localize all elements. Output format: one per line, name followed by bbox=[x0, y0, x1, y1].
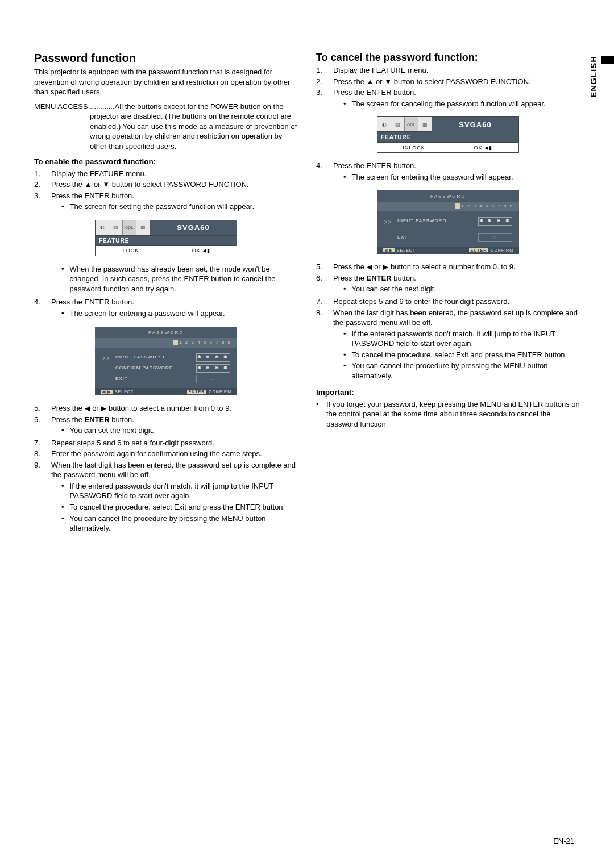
step-num: 1. bbox=[316, 65, 333, 76]
pwd-blank: ▭ bbox=[196, 375, 230, 383]
sub-text: When the password has already been set, … bbox=[70, 264, 298, 294]
step-frag: Press the bbox=[51, 415, 85, 424]
step-num: 9. bbox=[34, 460, 51, 535]
sub-text: The screen for setting the password func… bbox=[70, 202, 298, 212]
step-text: Press the ENTER button. The screen for e… bbox=[333, 161, 580, 183]
step-text: Press the ◀ or ▶ button to select a numb… bbox=[51, 403, 298, 414]
step-text: Press the ◀ or ▶ button to select a numb… bbox=[333, 262, 580, 272]
confirm-label: CONFIRM bbox=[491, 248, 513, 252]
sub-text: You can set the next digit. bbox=[70, 425, 298, 436]
pwd-blank: ▭ bbox=[478, 233, 512, 242]
step-bold: ENTER bbox=[85, 415, 110, 424]
pwd-mask: ✱ ✱ ✱ ✱ bbox=[478, 217, 512, 226]
enter-tag: ENTER bbox=[469, 248, 489, 252]
sub-text: The screen for canceling the password fu… bbox=[352, 99, 580, 109]
step-text: Press the ENTER button. The screen for s… bbox=[51, 191, 298, 213]
pwd-input-label: INPUT PASSWORD bbox=[115, 354, 192, 361]
pwd-digits: 1 2 3 4 5 6 7 8 9 bbox=[179, 340, 231, 345]
right-column: To cancel the password function: 1.Displ… bbox=[316, 51, 580, 536]
step-num: 1. bbox=[34, 169, 51, 179]
step-text: Repeat steps 5 and 6 to enter the four-d… bbox=[333, 297, 580, 307]
step-bold: ENTER bbox=[367, 274, 392, 282]
osd-feature-unlock: ◐ ▤ opt. ▦ SVGA60 FEATURE UNLOCK OK ◀▮ bbox=[377, 116, 519, 153]
step-num: 3. bbox=[316, 87, 333, 110]
step-text: Press the ENTER button. The screen for e… bbox=[51, 297, 298, 319]
step-text: Display the FEATURE menu. bbox=[333, 65, 580, 76]
osd-feature-lock: ◐ ▤ opt. ▦ SVGA60 FEATURE LOCK OK ◀▮ bbox=[95, 220, 237, 256]
step-text: When the last digit has been entered, th… bbox=[333, 308, 580, 382]
pwd-input-label: INPUT PASSWORD bbox=[397, 218, 474, 224]
pwd-exit-label: EXIT bbox=[115, 376, 192, 382]
osd-feature-row: FEATURE bbox=[377, 132, 518, 142]
intro-text: This projector is equipped with the pass… bbox=[34, 67, 298, 97]
step-num: 6. bbox=[34, 415, 51, 437]
menu-access-text: All the buttons except for the POWER but… bbox=[90, 102, 297, 151]
osd-tab-icon: ▤ bbox=[391, 117, 405, 131]
heading-enable: To enable the password function: bbox=[34, 157, 298, 167]
osd-tab-icon: ◐ bbox=[96, 220, 109, 235]
step-num: 8. bbox=[34, 449, 51, 459]
osd-tab-opt-icon: opt. bbox=[123, 220, 136, 235]
select-label: SELECT bbox=[397, 248, 416, 252]
confirm-label: CONFIRM bbox=[209, 390, 231, 394]
step-num: 5. bbox=[34, 403, 51, 414]
step-text: Press the ▲ or ▼ button to select PASSWO… bbox=[51, 180, 298, 190]
pwd-mask: ✱ ✱ ✱ ✱ bbox=[196, 364, 230, 373]
step-text: Enter the password again for confirmatio… bbox=[51, 449, 298, 459]
important-text: If you forget your password, keep pressi… bbox=[326, 399, 580, 429]
heading-important: Important: bbox=[316, 387, 580, 398]
step-num: 7. bbox=[316, 297, 333, 307]
pwd-title: PASSWORD bbox=[377, 193, 519, 202]
step-line: When the last digit has been entered, th… bbox=[51, 461, 296, 479]
step-text: When the last digit has been entered, th… bbox=[51, 460, 298, 535]
cursor-icon bbox=[455, 203, 460, 209]
select-tag: ◀ ▶ bbox=[101, 390, 113, 394]
osd-ok-label: OK ◀▮ bbox=[448, 144, 518, 151]
osd-tab-icon: ▦ bbox=[136, 220, 150, 235]
step-frag: button. bbox=[392, 274, 416, 282]
select-tag: ◀ ▶ bbox=[383, 248, 395, 252]
osd-unlock-label: UNLOCK bbox=[377, 144, 448, 151]
osd-tab-icon: ▤ bbox=[109, 220, 123, 235]
password-dialog-enter: PASSWORD 1 2 3 4 5 6 7 8 9 ▷▷INPUT PASSW… bbox=[377, 190, 519, 254]
step-text: Press the ENTER button. You can set the … bbox=[51, 415, 298, 437]
step-num: 3. bbox=[34, 191, 51, 213]
step-line: Press the ENTER button. bbox=[51, 191, 134, 200]
step-num: 2. bbox=[316, 77, 333, 87]
sub-text: If the entered passwords don't match, it… bbox=[352, 329, 580, 349]
step-text: Press the ENTER button. You can set the … bbox=[333, 273, 580, 295]
arrow-icon: ▷▷ bbox=[384, 218, 393, 225]
sub-text: The screen for entering a password will … bbox=[70, 308, 298, 319]
pwd-title: PASSWORD bbox=[95, 329, 237, 339]
step-num: 5. bbox=[316, 262, 333, 272]
step-text: Repeat steps 5 and 6 to set a four-digit… bbox=[51, 438, 298, 448]
osd-feature-row: FEATURE bbox=[96, 235, 237, 245]
osd-ok-label: OK ◀▮ bbox=[166, 247, 237, 254]
osd-tab-icon: ◐ bbox=[377, 117, 391, 131]
page-frame: Password function This projector is equi… bbox=[34, 39, 580, 834]
cursor-icon bbox=[173, 340, 178, 345]
step-num: 2. bbox=[34, 180, 51, 190]
step-num: 4. bbox=[34, 297, 51, 319]
step-num: 8. bbox=[316, 308, 333, 382]
pwd-digits: 1 2 3 4 5 6 7 8 9 bbox=[461, 203, 513, 208]
pwd-mask: ✱ ✱ ✱ ✱ bbox=[196, 353, 230, 362]
step-num: 7. bbox=[34, 438, 51, 448]
step-line: When the last digit has been entered, th… bbox=[333, 308, 578, 327]
osd-tab-icon: ▦ bbox=[418, 117, 432, 131]
step-line: Press the ENTER button. bbox=[51, 298, 134, 306]
side-marker bbox=[601, 56, 614, 64]
language-tab: ENGLISH bbox=[588, 56, 598, 98]
heading-cancel: To cancel the password function: bbox=[316, 51, 580, 64]
sub-text: You can set the next digit. bbox=[352, 284, 580, 294]
password-dialog-set: PASSWORD 1 2 3 4 5 6 7 8 9 ▷▷INPUT PASSW… bbox=[95, 327, 237, 396]
sub-text: To cancel the procedure, select Exit and… bbox=[352, 350, 580, 360]
step-line: Press the ENTER button. bbox=[333, 88, 416, 97]
osd-lock-label: LOCK bbox=[96, 247, 166, 254]
step-num: 6. bbox=[316, 273, 333, 295]
menu-access-label: MENU ACCESS ............ bbox=[34, 102, 115, 111]
sub-text: If the entered passwords don't match, it… bbox=[70, 481, 298, 501]
sub-text: You can cancel the procedure by pressing… bbox=[352, 361, 580, 381]
pwd-digit-bar: 1 2 3 4 5 6 7 8 9 bbox=[95, 338, 237, 348]
sub-text: You can cancel the procedure by pressing… bbox=[70, 514, 298, 533]
